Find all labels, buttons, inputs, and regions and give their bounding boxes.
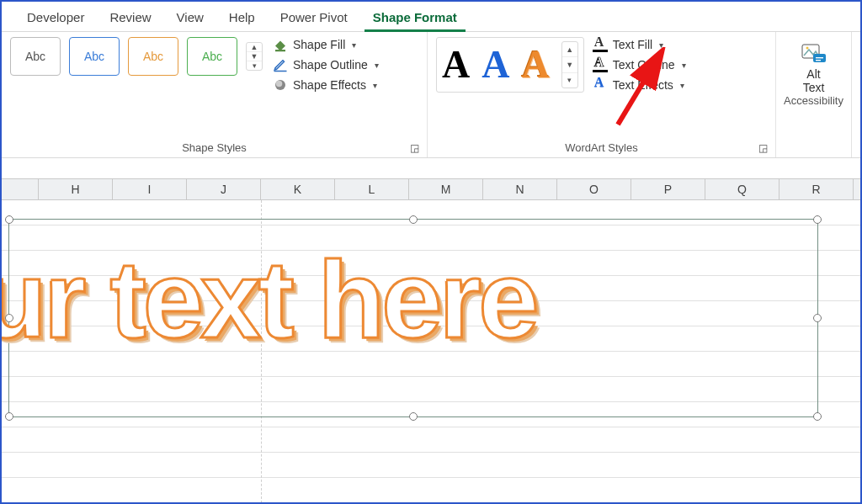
wordart-object[interactable]: our text here	[8, 219, 818, 417]
text-fill-icon	[593, 37, 608, 52]
shape-fill-button[interactable]: Shape Fill ▾	[273, 37, 379, 52]
text-fill-button[interactable]: Text Fill ▾	[593, 37, 686, 52]
chevron-down-icon: ▾	[373, 81, 377, 90]
shape-style-thumb-1[interactable]: Abc	[10, 37, 61, 76]
shape-styles-gallery-nav[interactable]: ▲ ▼ ▾	[246, 42, 263, 71]
gallery-more-icon[interactable]: ▾	[247, 61, 262, 70]
dialog-launcher-wordart-styles[interactable]: ◲	[758, 142, 770, 154]
wordart-gallery-nav[interactable]: ▲ ▼ ▾	[561, 41, 578, 88]
chevron-down-icon: ▾	[680, 81, 684, 90]
resize-handle-mr[interactable]	[813, 314, 822, 322]
group-wordart-styles: A A A ▲ ▼ ▾ Text Fill ▾ Text Outline	[428, 32, 776, 157]
alt-text-button[interactable]: Alt Text	[801, 42, 827, 94]
text-effects-button[interactable]: Text Effects ▾	[593, 77, 686, 93]
group-label-accessibility: Accessibility	[784, 94, 843, 107]
svg-point-3	[276, 81, 283, 88]
chevron-down-icon: ▾	[682, 61, 686, 70]
text-fill-label: Text Fill	[613, 38, 652, 51]
select-all-corner[interactable]	[2, 179, 39, 199]
shape-effects-label: Shape Effects	[293, 78, 366, 92]
group-label-shape-styles: Shape Styles	[182, 141, 247, 154]
gallery-down-icon[interactable]: ▼	[247, 52, 262, 61]
svg-rect-9	[816, 60, 821, 61]
alt-text-label: Alt Text	[803, 67, 825, 94]
resize-handle-bm[interactable]	[409, 412, 418, 421]
wordart-style-2[interactable]: A	[482, 45, 509, 84]
tab-review[interactable]: Review	[101, 7, 159, 31]
resize-handle-ml[interactable]	[5, 314, 13, 322]
gallery-more-icon[interactable]: ▾	[562, 73, 577, 88]
pencil-outline-icon	[273, 57, 288, 72]
col-header-I[interactable]: I	[113, 179, 187, 199]
shape-style-thumb-4[interactable]: Abc	[187, 37, 237, 76]
text-outline-button[interactable]: Text Outline ▾	[593, 57, 686, 72]
resize-handle-tl[interactable]	[5, 215, 13, 224]
svg-rect-1	[274, 71, 287, 72]
resize-handle-tr[interactable]	[813, 215, 822, 224]
paint-bucket-icon	[273, 37, 288, 52]
shape-effects-button[interactable]: Shape Effects ▾	[273, 77, 379, 93]
col-header-H[interactable]: H	[39, 179, 113, 199]
gallery-up-icon[interactable]: ▲	[562, 42, 577, 57]
wordart-style-3[interactable]: A	[521, 45, 549, 84]
wordart-style-1[interactable]: A	[442, 45, 470, 84]
ribbon-tabs: Developer Review View Help Power Pivot S…	[2, 2, 860, 32]
tab-shape-format[interactable]: Shape Format	[364, 7, 466, 32]
resize-handle-tm[interactable]	[409, 215, 418, 224]
text-outline-icon	[593, 57, 608, 72]
dialog-launcher-shape-styles[interactable]: ◲	[410, 142, 422, 154]
col-header-Q[interactable]: Q	[705, 179, 780, 199]
tab-power-pivot[interactable]: Power Pivot	[272, 7, 356, 31]
shape-outline-label: Shape Outline	[293, 58, 368, 72]
chevron-down-icon: ▾	[375, 61, 379, 70]
col-header-O[interactable]: O	[557, 179, 631, 199]
tab-view[interactable]: View	[168, 7, 212, 31]
tab-developer[interactable]: Developer	[19, 7, 93, 31]
gallery-down-icon[interactable]: ▼	[562, 57, 577, 72]
col-header-J[interactable]: J	[187, 179, 261, 199]
wordart-text[interactable]: our text here	[0, 245, 535, 354]
ribbon-body: Abc Abc Abc Abc ▲ ▼ ▾ Shape Fill ▾	[2, 32, 860, 158]
svg-point-6	[806, 47, 808, 50]
text-effects-icon	[593, 77, 608, 93]
cell-grid[interactable]: our text here	[2, 200, 860, 503]
tab-help[interactable]: Help	[221, 7, 263, 31]
col-header-L[interactable]: L	[335, 179, 409, 199]
shape-style-thumb-3[interactable]: Abc	[128, 37, 178, 76]
col-header-P[interactable]: P	[631, 179, 705, 199]
alt-text-icon	[801, 42, 827, 64]
shape-outline-button[interactable]: Shape Outline ▾	[273, 57, 379, 72]
svg-rect-0	[275, 50, 285, 51]
col-header-N[interactable]: N	[483, 179, 557, 199]
column-headers: H I J K L M N O P Q R	[2, 178, 860, 200]
text-outline-label: Text Outline	[613, 58, 675, 72]
gallery-up-icon[interactable]: ▲	[247, 43, 262, 52]
wordart-styles-gallery[interactable]: A A A ▲ ▼ ▾	[436, 37, 584, 93]
text-effects-label: Text Effects	[613, 78, 673, 92]
shape-effects-icon	[273, 77, 288, 93]
col-header-M[interactable]: M	[409, 179, 483, 199]
shape-fill-label: Shape Fill	[293, 38, 345, 51]
col-header-K[interactable]: K	[261, 179, 335, 199]
col-header-R[interactable]: R	[780, 179, 854, 199]
resize-handle-br[interactable]	[813, 412, 822, 421]
group-label-wordart-styles: WordArt Styles	[565, 141, 637, 154]
shape-styles-gallery[interactable]: Abc Abc Abc Abc ▲ ▼ ▾	[10, 37, 263, 76]
svg-rect-8	[816, 57, 823, 58]
spreadsheet: H I J K L M N O P Q R our text here	[2, 158, 860, 503]
shape-style-thumb-2[interactable]: Abc	[69, 37, 120, 76]
group-shape-styles: Abc Abc Abc Abc ▲ ▼ ▾ Shape Fill ▾	[2, 32, 428, 157]
resize-handle-bl[interactable]	[5, 412, 13, 421]
chevron-down-icon: ▾	[659, 40, 663, 50]
chevron-down-icon: ▾	[352, 40, 356, 50]
group-accessibility: Alt Text Accessibility	[776, 32, 852, 157]
